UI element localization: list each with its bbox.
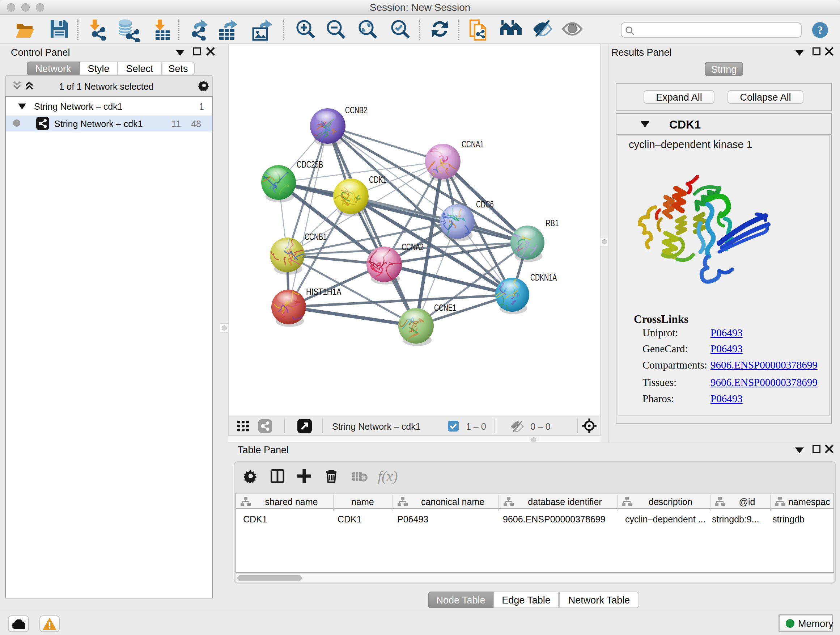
svg-text:CCNB2: CCNB2	[345, 105, 367, 116]
svg-text:CDC25B: CDC25B	[297, 159, 323, 170]
svg-text:CCNA1: CCNA1	[462, 139, 484, 149]
svg-text:CCNA2: CCNA2	[401, 241, 424, 252]
svg-text:CDKN1A: CDKN1A	[531, 272, 557, 283]
svg-text:CDK1: CDK1	[369, 174, 387, 185]
svg-text:HIST1H1A: HIST1H1A	[306, 287, 341, 297]
svg-text:CCNB1: CCNB1	[305, 231, 327, 242]
svg-text:?: ?	[817, 24, 823, 36]
svg-text:RB1: RB1	[546, 218, 559, 228]
svg-text:CCNE1: CCNE1	[434, 302, 456, 313]
svg-text:CDC6: CDC6	[476, 199, 494, 210]
